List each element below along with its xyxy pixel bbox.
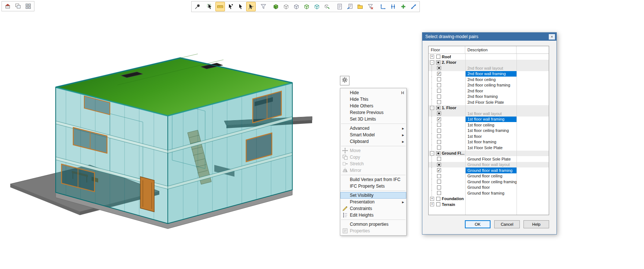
description-cell[interactable] [465,151,517,156]
checkbox-empty[interactable] [437,174,441,178]
solid-model-icon[interactable] [271,2,281,11]
model-3d-view[interactable] [0,11,330,253]
checkbox-partial[interactable] [437,111,441,115]
description-cell[interactable]: Ground floor framing [465,190,517,196]
filter-icon[interactable] [259,2,268,11]
tree-row-1st-floor-ceiling[interactable]: 1st floor ceiling [429,122,549,128]
tree-row-1st-floor-wall-framing[interactable]: ✓1st floor wall framing [429,117,549,122]
checkbox-partial[interactable] [437,66,441,70]
grid-icon[interactable] [23,1,33,11]
checkbox-partial[interactable] [437,163,441,167]
tree-row-ground-floor-sole-plate[interactable]: Ground Floor Sole Plate [429,156,549,162]
axis-icon[interactable] [378,2,388,11]
checkbox-empty[interactable] [437,89,441,93]
tree-group-row-1-floor[interactable]: -1. Floor [429,105,549,111]
tree-group-row-ground-fl[interactable]: -Ground Fl... [429,151,549,156]
description-cell[interactable]: Ground floor ceiling framing [465,179,517,185]
cancel-button[interactable]: Cancel [494,220,520,228]
ok-button[interactable]: OK [465,220,491,228]
description-cell[interactable]: 2nd Floor Sole Plate [465,99,517,105]
menu-item-restore-previous[interactable]: Restore Previous [340,109,406,116]
checkbox-empty[interactable] [437,145,441,150]
tree-group-row-foundation[interactable]: +Foundation [429,196,549,202]
wireframe-box-icon[interactable] [281,2,291,11]
checkbox-empty[interactable] [437,123,441,127]
menu-item-hide-others[interactable]: Hide Others [340,103,406,109]
menu-item-common-properties[interactable]: Common properties [340,221,406,228]
door[interactable] [140,177,154,212]
description-cell[interactable]: Ground floor wall framing [465,167,517,173]
tree-row-1st-floor[interactable]: 1st floor [429,133,549,139]
tree-row-1st-floor-ceiling-framing[interactable]: 1st floor ceiling framing [429,128,549,134]
description-cell[interactable] [465,202,517,207]
description-cell[interactable] [465,196,517,202]
description-cell[interactable]: 1st floor wall framing [465,117,517,122]
checkbox-empty[interactable] [437,180,441,184]
link-icon[interactable] [409,2,418,11]
measure-icon[interactable] [215,2,225,11]
menu-item-advanced[interactable]: Advanced▸ [340,125,406,132]
tree-row-1st-floor-wall-layout[interactable]: 1st floor wall layout [429,111,549,117]
description-cell[interactable] [465,54,517,60]
shaded-box-icon[interactable] [302,2,311,11]
checkbox-partial[interactable] [436,106,440,110]
tree-row-2nd-floor-wall-layout[interactable]: 2nd floor wall layout [429,65,549,71]
description-cell[interactable]: 1st floor ceiling framing [465,128,517,134]
description-cell[interactable]: 1st floor framing [465,139,517,145]
description-cell[interactable]: 1st floor wall layout [465,111,517,117]
checkbox-empty[interactable] [437,191,441,195]
checkbox-empty[interactable] [437,185,441,189]
collapse-minus-icon[interactable]: - [430,151,434,155]
drawings-folder-icon[interactable] [355,2,365,11]
tree-row-2nd-floor-wall-framing[interactable]: ✓2nd floor wall framing [429,71,549,77]
description-cell[interactable]: 2nd floor ceiling framing [465,82,517,88]
tree-row-2nd-floor[interactable]: 2nd floor [429,88,549,94]
description-cell[interactable] [465,105,517,111]
clear-filter-icon[interactable] [366,2,375,11]
description-cell[interactable]: Ground floor wall layout [465,162,517,168]
description-cell[interactable]: Ground floor ceiling [465,173,517,179]
tree-row-ground-floor-framing[interactable]: Ground floor framing [429,190,549,196]
menu-item-hide[interactable]: HideH [340,89,406,96]
menu-item-set-3d-limits[interactable]: Set 3D Limits [340,116,406,122]
snap-point-icon[interactable] [226,2,235,11]
tree-row-1st-floor-sole-plate[interactable]: 1st Floor Sole Plate [429,145,549,151]
tree-group-row-roof[interactable]: +Roof [429,54,549,60]
report-icon[interactable] [335,2,344,11]
checkbox-empty[interactable] [437,77,441,81]
description-cell[interactable]: 2nd floor ceiling [465,77,517,82]
menu-item-edit-heights[interactable]: Edit Heights [340,212,406,218]
menu-item-clipboard[interactable]: Clipboard▸ [340,138,406,145]
dialog-titlebar[interactable]: Select drawing-model pairs × [422,33,556,41]
tree-row-ground-floor-wall-framing[interactable]: ✓Ground floor wall framing [429,167,549,173]
description-cell[interactable]: 2nd floor framing [465,94,517,100]
checkbox-checked[interactable]: ✓ [437,72,441,76]
fence-select-icon[interactable] [205,2,215,11]
checkbox-empty[interactable] [437,129,441,133]
tree-row-1st-floor-framing[interactable]: 1st floor framing [429,139,549,145]
checkbox-empty[interactable] [437,134,441,138]
description-cell[interactable]: 1st floor [465,133,517,139]
menu-item-hide-this[interactable]: Hide This [340,96,406,103]
snap-line-icon[interactable] [246,2,256,11]
checkbox-checked[interactable]: ✓ [437,168,441,172]
tree-group-row-terrain[interactable]: +Terrain [429,202,549,207]
checkbox-empty[interactable] [437,83,441,87]
tree-row-2nd-floor-ceiling-framing[interactable]: 2nd floor ceiling framing [429,82,549,88]
menu-item-ifc-property-sets[interactable]: IFC Property Sets [340,183,406,189]
checkbox-empty[interactable] [437,100,441,104]
expand-plus-icon[interactable]: + [430,55,434,59]
collapse-minus-icon[interactable]: - [430,106,434,110]
pin-icon[interactable] [193,2,202,11]
menu-item-presentation[interactable]: Presentation▸ [340,199,406,205]
description-cell[interactable]: 2nd floor [465,88,517,94]
iso-box-icon[interactable] [312,2,322,11]
viewport-options-button[interactable] [340,76,349,85]
description-cell[interactable]: 1st Floor Sole Plate [465,145,517,151]
viewports-icon[interactable] [13,1,23,11]
tree-row-ground-floor-ceiling-framing[interactable]: Ground floor ceiling framing [429,179,549,185]
checkbox-checked[interactable]: ✓ [437,117,441,121]
checkbox-empty[interactable] [436,197,440,201]
export-model-icon[interactable] [322,2,332,11]
tree-row-2nd-floor-ceiling[interactable]: 2nd floor ceiling [429,77,549,82]
